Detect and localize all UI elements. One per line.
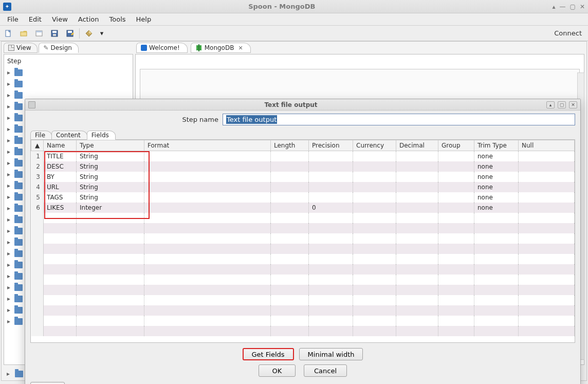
cell-n[interactable]: 2 (31, 161, 44, 172)
open-icon[interactable] (17, 28, 30, 39)
minimal-width-button[interactable]: Minimal width (299, 348, 363, 360)
table-row[interactable]: 4URLStringnone (31, 182, 575, 192)
cell-group[interactable] (438, 161, 474, 172)
cell-decimal[interactable] (396, 192, 438, 203)
cell-length[interactable] (271, 203, 309, 213)
cell-trim[interactable]: none (474, 182, 519, 192)
sub-tab-fields[interactable]: Fields (87, 131, 116, 140)
cell-format[interactable] (144, 182, 271, 192)
table-row[interactable]: 6LIKESInteger0none (31, 203, 575, 213)
cell-format[interactable] (144, 161, 271, 172)
cell-decimal[interactable] (396, 161, 438, 172)
cell-format[interactable] (144, 192, 271, 203)
cell-n[interactable]: 5 (31, 192, 44, 203)
dialog-roll-icon[interactable]: ▴ (546, 101, 555, 108)
close-icon[interactable]: ✕ (238, 45, 243, 51)
col-type[interactable]: Type (77, 140, 144, 151)
menu-file[interactable]: File (3, 14, 23, 24)
get-fields-button[interactable]: Get Fields (243, 348, 294, 360)
cell-type[interactable]: Integer (77, 203, 144, 213)
table-row[interactable]: 5TAGSStringnone (31, 192, 575, 203)
cell-currency[interactable] (353, 161, 396, 172)
table-row[interactable]: 2DESCStringnone (31, 161, 575, 172)
table-row[interactable]: 3BYStringnone (31, 172, 575, 182)
cell-null[interactable] (519, 161, 575, 172)
cell-precision[interactable] (309, 182, 353, 192)
cell-currency[interactable] (353, 151, 396, 162)
cell-group[interactable] (438, 172, 474, 182)
cell-null[interactable] (519, 151, 575, 162)
cell-precision[interactable] (309, 161, 353, 172)
cell-n[interactable]: 1 (31, 151, 44, 162)
cell-format[interactable] (144, 203, 271, 213)
menu-help[interactable]: Help (132, 14, 156, 24)
table-row[interactable]: 1TITLEStringnone (31, 151, 575, 162)
menu-action[interactable]: Action (74, 14, 103, 24)
cell-group[interactable] (438, 203, 474, 213)
cell-name[interactable]: URL (44, 182, 77, 192)
cell-name[interactable]: LIKES (44, 203, 77, 213)
tab-view[interactable]: View (4, 43, 38, 53)
col-length[interactable]: Length (271, 140, 309, 151)
window-roll-icon[interactable]: ▴ (553, 3, 556, 10)
col-decimal[interactable]: Decimal (396, 140, 438, 151)
cell-format[interactable] (144, 172, 271, 182)
cell-format[interactable] (144, 151, 271, 162)
tree-item[interactable]: ▸ (7, 67, 130, 78)
tab-welcome[interactable]: Welcome! (136, 43, 188, 53)
menu-edit[interactable]: Edit (25, 14, 46, 24)
cell-length[interactable] (271, 192, 309, 203)
cell-name[interactable]: TAGS (44, 192, 77, 203)
cell-precision[interactable] (309, 172, 353, 182)
cell-n[interactable]: 4 (31, 182, 44, 192)
tab-design[interactable]: ✎Design (39, 43, 79, 53)
menu-tools[interactable]: Tools (105, 14, 130, 24)
cell-trim[interactable]: none (474, 203, 519, 213)
cell-currency[interactable] (353, 182, 396, 192)
col-name[interactable]: Name (44, 140, 77, 151)
cell-decimal[interactable] (396, 182, 438, 192)
save-as-icon[interactable] (64, 28, 76, 39)
col-trim[interactable]: Trim Type (474, 140, 519, 151)
cancel-button[interactable]: Cancel (304, 364, 347, 377)
ok-button[interactable]: OK (259, 364, 296, 377)
cell-type[interactable]: String (77, 151, 144, 162)
cell-name[interactable]: BY (44, 172, 77, 182)
cell-precision[interactable] (309, 192, 353, 203)
cell-currency[interactable] (353, 172, 396, 182)
connect-button[interactable]: Connect (550, 28, 586, 38)
col-precision[interactable]: Precision (309, 140, 353, 151)
cell-n[interactable]: 3 (31, 172, 44, 182)
menu-view[interactable]: View (48, 14, 72, 24)
cell-precision[interactable] (309, 151, 353, 162)
perspective-dropdown-icon[interactable]: ▾ (98, 28, 105, 39)
dialog-titlebar[interactable]: Text file output ▴ ▢ ✕ (25, 99, 580, 111)
cell-currency[interactable] (353, 203, 396, 213)
cell-n[interactable]: 6 (31, 203, 44, 213)
step-name-input[interactable]: Text file output (223, 114, 575, 125)
cell-currency[interactable] (353, 192, 396, 203)
sub-tab-file[interactable]: File (30, 131, 52, 140)
window-minimize-icon[interactable]: — (560, 3, 566, 10)
cell-trim[interactable]: none (474, 172, 519, 182)
cell-type[interactable]: String (77, 182, 144, 192)
window-maximize-icon[interactable]: ▢ (570, 3, 576, 10)
fields-table[interactable]: ▲ Name Type Format Length Precision Curr… (31, 140, 575, 336)
dialog-maximize-icon[interactable]: ▢ (558, 101, 566, 108)
col-group[interactable]: Group (438, 140, 474, 151)
cell-length[interactable] (271, 151, 309, 162)
col-null[interactable]: Null (519, 140, 575, 151)
cell-null[interactable] (519, 192, 575, 203)
tab-mongodb[interactable]: MongoDB✕ (191, 43, 251, 53)
col-format[interactable]: Format (144, 140, 271, 151)
cell-decimal[interactable] (396, 203, 438, 213)
help-button[interactable]: ? Help (30, 382, 65, 384)
col-currency[interactable]: Currency (353, 140, 396, 151)
cell-decimal[interactable] (396, 172, 438, 182)
cell-trim[interactable]: none (474, 151, 519, 162)
cell-group[interactable] (438, 151, 474, 162)
col-rownum[interactable]: ▲ (31, 140, 44, 151)
cell-trim[interactable]: none (474, 192, 519, 203)
cell-length[interactable] (271, 161, 309, 172)
cell-length[interactable] (271, 182, 309, 192)
